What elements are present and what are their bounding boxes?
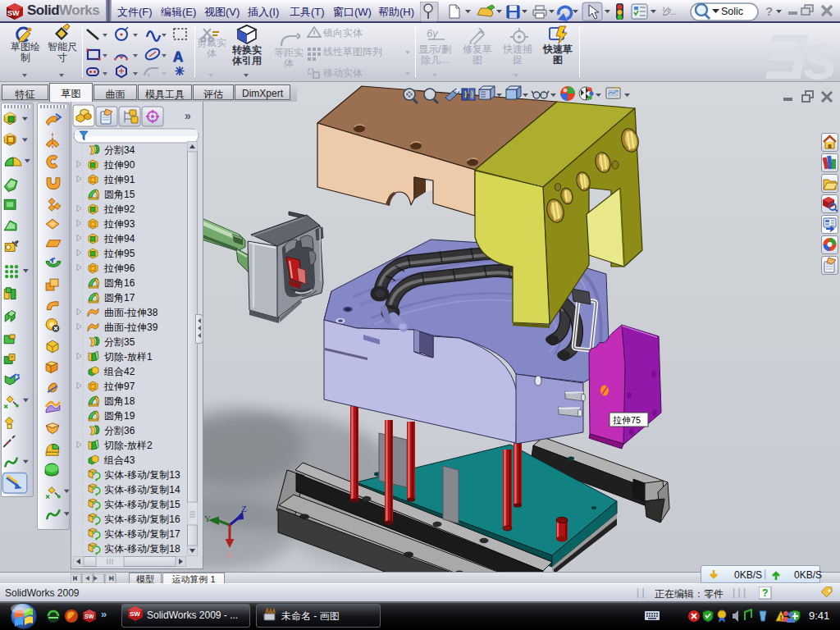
svg-text:拉伸95: 拉伸95 — [103, 248, 135, 259]
svg-text:实体-移动/复制14: 实体-移动/复制14 — [104, 484, 180, 495]
svg-text:拉伸92: 拉伸92 — [103, 203, 135, 215]
svg-text:拉伸94: 拉伸94 — [103, 233, 135, 244]
svg-text:切除-放样2: 切除-放样2 — [103, 440, 153, 451]
svg-text:分割35: 分割35 — [104, 336, 135, 348]
svg-text:SW: SW — [130, 610, 140, 618]
svg-text:曲面-拉伸38: 曲面-拉伸38 — [104, 307, 158, 318]
svg-text:沙..: 沙.. — [662, 7, 676, 16]
svg-text:?: ? — [762, 587, 768, 599]
svg-text:»: » — [101, 608, 107, 620]
svg-text:组合43: 组合43 — [103, 454, 135, 466]
svg-text:圆角17: 圆角17 — [104, 292, 135, 304]
svg-text:实体-移动/复制17: 实体-移动/复制17 — [104, 528, 180, 540]
svg-text:圆角16: 圆角16 — [104, 277, 135, 289]
svg-text:拉伸93: 拉伸93 — [103, 218, 135, 230]
svg-text:分割34: 分割34 — [104, 144, 135, 156]
svg-text:切除-放样1: 切除-放样1 — [103, 351, 153, 363]
svg-text:实体-移动/复制18: 实体-移动/复制18 — [104, 543, 180, 555]
svg-text:圆角18: 圆角18 — [104, 395, 135, 407]
svg-text:SW: SW — [7, 9, 20, 17]
svg-text:实体-移动/复制15: 实体-移动/复制15 — [104, 499, 180, 510]
svg-text:SW: SW — [84, 614, 94, 619]
svg-text:A: A — [173, 49, 183, 65]
svg-text:拉伸75: 拉伸75 — [613, 415, 641, 425]
svg-text:拉伸96: 拉伸96 — [103, 262, 135, 274]
svg-text:实体-移动/复制16: 实体-移动/复制16 — [104, 514, 180, 525]
svg-text:拉伸90: 拉伸90 — [103, 159, 135, 171]
svg-text:分割36: 分割36 — [104, 425, 135, 436]
svg-text:圆角15: 圆角15 — [104, 189, 135, 200]
svg-text:Y: Y — [204, 514, 211, 523]
svg-text:Z: Z — [241, 504, 247, 514]
svg-text:拉伸91: 拉伸91 — [103, 174, 135, 185]
svg-text:圆角19: 圆角19 — [104, 410, 135, 422]
svg-text:Solic: Solic — [721, 6, 743, 17]
svg-text:组合42: 组合42 — [103, 366, 135, 377]
svg-text:曲面-拉伸39: 曲面-拉伸39 — [104, 322, 158, 333]
svg-text:拉伸97: 拉伸97 — [103, 381, 135, 392]
svg-text:+: + — [478, 27, 483, 36]
svg-text:X: X — [226, 550, 232, 559]
svg-text:»: » — [185, 109, 191, 122]
svg-text:6y: 6y — [427, 27, 439, 39]
svg-text:实体-移动/复制13: 实体-移动/复制13 — [104, 469, 180, 481]
svg-text:?: ? — [765, 4, 773, 18]
